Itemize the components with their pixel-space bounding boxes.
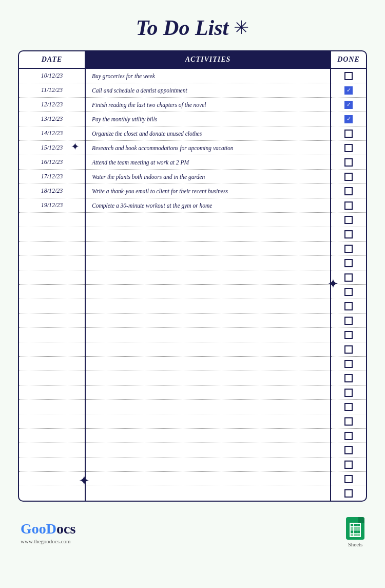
activity-cell [86,429,330,443]
checkbox[interactable] [344,288,353,296]
done-cell[interactable] [331,342,366,357]
date-cell [19,342,85,357]
activity-cell: Pay the monthly utility bills [86,112,330,126]
checkbox[interactable] [344,417,353,426]
date-cell [19,285,85,299]
checkbox[interactable] [344,201,353,210]
checkbox[interactable] [344,446,353,454]
logo-docs-with-special-d: Docs [46,521,76,537]
checkbox[interactable] [344,158,353,167]
date-cell [19,385,85,400]
checkbox[interactable] [344,389,353,397]
done-cell[interactable] [331,198,366,213]
checkbox[interactable] [344,432,353,440]
checkbox[interactable] [344,360,353,368]
done-cell[interactable]: ✓ [331,112,366,126]
checkbox[interactable] [344,259,353,267]
done-cell[interactable] [331,285,366,299]
activity-cell: Research and book accommodations for upc… [86,141,330,155]
done-cell[interactable] [331,126,366,141]
date-cell [19,443,85,457]
done-cell[interactable] [331,443,366,457]
done-cell[interactable] [331,155,366,170]
activity-cell [86,270,330,285]
checkbox[interactable] [344,403,353,411]
footer: GooDocs www.thegoodocs.com [0,507,385,553]
header: To Do List ✳ [136,15,249,40]
sheets-icon-grid [350,523,361,537]
done-column[interactable]: ✓✓✓ [330,69,366,501]
checkbox[interactable] [344,72,353,80]
checkbox[interactable] [344,331,353,339]
date-cell: 14/12/23 [19,126,85,141]
date-cell [19,314,85,328]
done-cell[interactable] [331,371,366,385]
checkbox[interactable] [344,130,353,138]
done-cell[interactable] [331,256,366,270]
done-column-header: DONE [330,51,366,68]
logo-goo: Goo [21,521,46,537]
checkbox[interactable] [344,345,353,354]
date-cell [19,472,85,486]
done-cell[interactable] [331,328,366,342]
checkbox[interactable] [344,461,353,469]
date-cell [19,242,85,256]
done-cell[interactable] [331,227,366,242]
date-cell [19,256,85,270]
activity-cell: Buy groceries for the week [86,69,330,83]
activity-cell: Attend the team meeting at work at 2 PM [86,155,330,170]
done-cell[interactable] [331,314,366,328]
checkbox[interactable] [344,489,353,498]
done-cell[interactable] [331,414,366,429]
activity-cell [86,242,330,256]
checkbox[interactable]: ✓ [344,101,353,109]
done-cell[interactable] [331,270,366,285]
checkbox[interactable]: ✓ [344,115,353,123]
done-cell[interactable] [331,299,366,314]
date-column-header: DATE [19,51,86,68]
checkbox[interactable] [344,273,353,282]
checkbox[interactable] [344,230,353,238]
checkbox[interactable] [344,475,353,483]
done-cell[interactable]: ✓ [331,98,366,112]
done-cell[interactable] [331,400,366,414]
done-cell[interactable] [331,170,366,184]
activity-cell: Complete a 30-minute workout at the gym … [86,198,330,213]
date-cell [19,457,85,472]
checkbox[interactable] [344,317,353,325]
done-cell[interactable] [331,242,366,256]
checkbox[interactable] [344,302,353,310]
activity-cell [86,414,330,429]
checkbox[interactable] [344,216,353,224]
done-cell[interactable] [331,141,366,155]
done-cell[interactable] [331,472,366,486]
page-title: To Do List [136,15,228,40]
activity-cell: Write a thank-you email to client for th… [86,184,330,198]
done-cell[interactable] [331,429,366,443]
activity-cell [86,328,330,342]
date-cell [19,429,85,443]
done-cell[interactable] [331,69,366,83]
checkbox[interactable] [344,374,353,382]
sheets-branding: Sheets [346,517,364,547]
activity-cell [86,213,330,227]
done-cell[interactable] [331,184,366,198]
done-cell[interactable] [331,385,366,400]
sheets-icon [346,517,364,540]
done-cell[interactable] [331,457,366,472]
done-cell[interactable] [331,357,366,371]
date-cell: 16/12/23 [19,155,85,170]
done-cell[interactable] [331,213,366,227]
checkbox[interactable] [344,144,353,152]
table-wrapper: DATE ACTIVITIES DONE 10/12/2311/12/2312/… [18,50,367,502]
checkbox[interactable] [344,245,353,253]
done-cell[interactable]: ✓ [331,83,366,98]
checkbox[interactable] [344,187,353,195]
activities-column: Buy groceries for the weekCall and sched… [86,69,330,501]
done-cell[interactable] [331,486,366,501]
activity-cell: Finish reading the last two chapters of … [86,98,330,112]
logo: GooDocs [21,521,75,537]
activity-cell [86,486,330,501]
checkbox[interactable] [344,173,353,181]
checkbox[interactable]: ✓ [344,86,353,95]
